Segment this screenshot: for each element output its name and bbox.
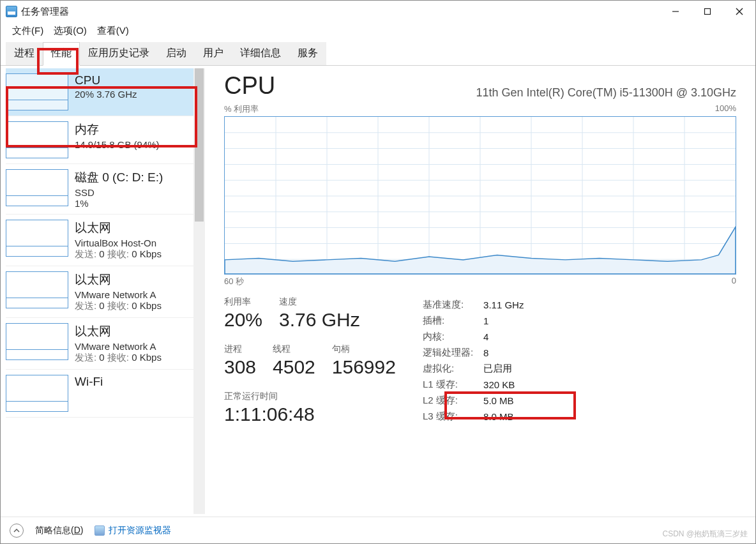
- detail-value: 1: [483, 314, 533, 328]
- detail-value: 3.11 GHz: [483, 298, 533, 312]
- tab-startup[interactable]: 启动: [158, 42, 195, 65]
- sidebar-item[interactable]: 以太网VirtualBox Host-On发送: 0 接收: 0 Kbps: [6, 215, 197, 266]
- tab-details[interactable]: 详细信息: [232, 42, 289, 65]
- stat-label: 句柄: [332, 344, 396, 355]
- tab-strip: 进程 性能 应用历史记录 启动 用户 详细信息 服务: [1, 42, 755, 66]
- tab-users[interactable]: 用户: [195, 42, 232, 65]
- fewer-details-link[interactable]: 简略信息(D): [35, 525, 83, 536]
- tab-processes[interactable]: 进程: [6, 42, 43, 65]
- mini-chart: [6, 73, 68, 110]
- chart-label-bottom-right: 0: [732, 276, 736, 287]
- minimize-button[interactable]: [660, 2, 692, 21]
- cpu-usage-chart[interactable]: [224, 116, 736, 275]
- stat-value: 4502: [273, 356, 315, 378]
- chart-label-bottom-left: 60 秒: [224, 276, 244, 287]
- sidebar-item[interactable]: Wi-Fi: [6, 370, 197, 418]
- footer-bar: 简略信息(D) 打开资源监视器: [1, 517, 755, 543]
- mini-chart: [6, 169, 68, 206]
- detail-value: 8.0 MB: [483, 409, 533, 424]
- tab-services[interactable]: 服务: [289, 42, 326, 65]
- stat-label: 速度: [279, 296, 360, 308]
- resmon-icon: [94, 525, 105, 536]
- sidebar-item[interactable]: 以太网VMware Network A发送: 0 接收: 0 Kbps: [6, 318, 197, 370]
- app-icon: [6, 6, 17, 17]
- uptime-value: 1:11:06:48: [224, 404, 396, 425]
- open-resmon-link[interactable]: 打开资源监视器: [94, 525, 171, 536]
- scrollbar-thumb[interactable]: [195, 68, 204, 222]
- content-area: CPU20% 3.76 GHz 内存14.9/15.8 GB (94%) 磁盘 …: [1, 66, 755, 517]
- stat-value: 308: [224, 356, 256, 378]
- stat-label: 线程: [273, 344, 315, 355]
- detail-key: L3 缓存:: [423, 409, 482, 424]
- mini-chart: [6, 121, 68, 158]
- stat-label: 进程: [224, 344, 256, 355]
- tab-performance[interactable]: 性能: [43, 42, 80, 66]
- chart-label-top-right: 100%: [715, 103, 736, 115]
- chevron-up-icon[interactable]: [10, 524, 24, 538]
- menu-options[interactable]: 选项(O): [49, 24, 92, 38]
- sidebar-item[interactable]: 以太网VMware Network A发送: 0 接收: 0 Kbps: [6, 266, 197, 318]
- performance-sidebar: CPU20% 3.76 GHz 内存14.9/15.8 GB (94%) 磁盘 …: [1, 66, 205, 517]
- detail-value: 4: [483, 329, 533, 344]
- sidebar-item[interactable]: CPU20% 3.76 GHz: [6, 68, 197, 116]
- sidebar-item[interactable]: 磁盘 0 (C: D: E:)SSD1%: [6, 164, 197, 215]
- detail-value: 5.0 MB: [483, 393, 533, 408]
- detail-value: 已启用: [483, 361, 533, 376]
- window-title: 任务管理器: [21, 6, 69, 18]
- detail-key: 插槽:: [423, 314, 482, 328]
- svg-rect-1: [705, 9, 711, 15]
- maximize-button[interactable]: [692, 2, 723, 21]
- cpu-details: 基准速度:3.11 GHz插槽:1内核:4逻辑处理器:8虚拟化:已启用L1 缓存…: [421, 296, 534, 425]
- watermark: CSDN @抱奶瓶滴三岁娃: [662, 529, 748, 540]
- detail-key: 基准速度:: [423, 298, 482, 312]
- chart-label-top-left: % 利用率: [224, 103, 259, 115]
- close-button[interactable]: [723, 2, 755, 21]
- menu-bar: 文件(F) 选项(O) 查看(V): [1, 22, 755, 42]
- title-bar: 任务管理器: [1, 1, 755, 22]
- stat-value: 3.76 GHz: [279, 309, 360, 331]
- mini-chart: [6, 375, 68, 412]
- stat-value: 20%: [224, 309, 262, 331]
- mini-chart: [6, 271, 68, 308]
- mini-chart: [6, 323, 68, 360]
- uptime-label: 正常运行时间: [224, 391, 396, 402]
- detail-key: 虚拟化:: [423, 361, 482, 376]
- menu-view[interactable]: 查看(V): [92, 24, 134, 38]
- sidebar-item[interactable]: 内存14.9/15.8 GB (94%): [6, 116, 197, 164]
- detail-value: 8: [483, 345, 533, 360]
- mini-chart: [6, 220, 68, 257]
- main-panel: CPU 11th Gen Intel(R) Core(TM) i5-11300H…: [205, 66, 755, 517]
- metric-title: CPU: [224, 72, 275, 100]
- detail-key: 内核:: [423, 329, 482, 344]
- stat-value: 156992: [332, 356, 396, 378]
- detail-key: L2 缓存:: [423, 393, 482, 408]
- cpu-model: 11th Gen Intel(R) Core(TM) i5-11300H @ 3…: [476, 86, 736, 100]
- menu-file[interactable]: 文件(F): [7, 24, 49, 38]
- detail-value: 320 KB: [483, 377, 533, 392]
- stat-label: 利用率: [224, 296, 262, 308]
- detail-key: 逻辑处理器:: [423, 345, 482, 360]
- tab-app-history[interactable]: 应用历史记录: [80, 42, 158, 65]
- sidebar-scrollbar[interactable]: [193, 68, 205, 514]
- detail-key: L1 缓存:: [423, 377, 482, 392]
- window-controls: [660, 2, 755, 21]
